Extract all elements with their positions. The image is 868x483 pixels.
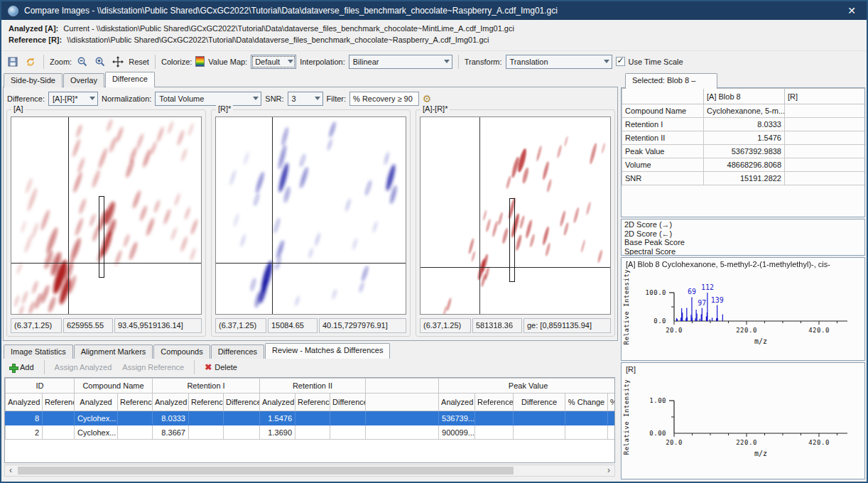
assign-analyzed-button[interactable]: Assign Analyzed [52,362,115,373]
tab-alignment-markers[interactable]: Alignment Markers [74,344,153,359]
chevron-down-icon [604,60,609,63]
snr-label: SNR: [265,94,283,103]
scroll-left-icon[interactable]: ‹ [5,465,16,476]
svg-text:0.0: 0.0 [653,318,666,325]
blob-property-label: SNR [622,172,704,185]
transform-select[interactable]: Translation [506,55,612,69]
tab-compounds[interactable]: Compounds [153,344,210,359]
reset-button[interactable]: Reset [129,58,149,66]
matches-table: IDCompound NameRetention IRetention IIPe… [5,378,615,440]
matches-group-header: ID [6,379,75,394]
transform-label: Transform: [465,58,502,66]
zoom-in-icon[interactable] [93,55,107,69]
matches-group-header: Peak Value [439,379,615,394]
zoom-out-icon[interactable] [75,55,89,69]
matches-cell [330,425,366,440]
matches-column-header: Reference [43,394,75,411]
blob-analyzed-value: 5367392.9838 [704,145,785,158]
tab-image-statistics[interactable]: Image Statistics [4,344,73,359]
scroll-right-icon[interactable]: › [603,465,614,476]
selection-rectangle[interactable] [509,198,515,282]
assign-reference-button[interactable]: Assign Reference [119,362,187,373]
main-toolbar: Zoom: Reset Colorize: Value Map: Default… [1,51,867,72]
tab-review-matches-differences[interactable]: Review - Matches & Differences [265,343,390,359]
matches-cell: 1.5476 [260,411,295,425]
tab-side-by-side[interactable]: Side-by-Side [4,73,63,87]
blob-table-row[interactable]: SNR15191.2822 [622,172,866,185]
add-button[interactable]: Add [6,362,37,373]
add-button-label: Add [20,363,34,371]
matches-cell: 536739... [439,411,475,425]
use-time-scale-checkbox[interactable]: ✓ [616,57,625,66]
blob-table-row[interactable]: Retention I8.0333 [622,118,866,131]
colormap-icon[interactable] [195,56,205,67]
matches-column-header: Analyzed [153,394,189,411]
delete-x-icon: ✖ [205,362,212,372]
delete-button[interactable]: ✖ Delete [202,361,240,374]
matches-cell [189,425,224,440]
chromatogram-analyzed[interactable] [11,116,202,315]
matches-column-header: % [608,394,615,411]
pan-icon[interactable] [111,55,125,69]
matches-cell [224,411,260,425]
snr-select[interactable]: 3 [288,92,323,106]
chromatogram-reference[interactable] [215,116,406,315]
matches-cell [224,425,260,440]
svg-text:420.0: 420.0 [808,439,830,446]
tab-selected-blob[interactable]: Selected: Blob 8 – [625,73,717,89]
matches-group-header-row: IDCompound NameRetention IRetention IIPe… [6,379,616,394]
svg-text:0.00: 0.00 [649,430,666,437]
gear-icon[interactable]: ⚙ [423,94,432,104]
difference-select[interactable]: [A]-[R]* [48,92,98,106]
crosshair-horizontal [11,263,201,264]
blob-table-row[interactable]: Compound NameCyclohexanone, 5-m... [622,104,866,118]
blob-table-header-row: [A] Blob 8[R] [622,89,866,104]
chromatogram-difference[interactable] [420,116,611,315]
blob-table-header-cell: [A] Blob 8 [704,89,785,104]
blob-table-header-cell [622,89,704,104]
save-button[interactable] [6,55,20,69]
difference-value: [A]-[R]* [53,94,77,103]
blob-table-row[interactable]: Volume48668296.8068 [622,158,866,172]
blob-table-row[interactable]: Retention II1.5476 [622,131,866,145]
tab-overlay[interactable]: Overlay [63,73,104,87]
reference-path: \\diskstation\Public Shared\GCxGC2022\Tu… [67,36,489,44]
status-cell: (6.37,1.25) [11,318,62,333]
svg-text:420.0: 420.0 [808,327,830,334]
filter-dropdown-button[interactable]: % Recovery ≥ 90 [349,92,419,106]
matches-cell [565,411,608,425]
tab-differences[interactable]: Differences [211,344,264,359]
interpolation-select[interactable]: Bilinear [349,55,452,69]
value-map-select[interactable]: Default [251,55,296,69]
horizontal-scrollbar[interactable]: ‹ › [4,465,615,477]
matches-group-header: Retention II [260,379,366,394]
crosshair-vertical [68,117,69,314]
matches-column-header: Analyzed [260,394,295,411]
matches-cell [514,425,565,440]
review-tab-page: Add Assign Analyzed Assign Reference ✖ D… [3,359,618,480]
matches-cell [295,425,330,440]
blob-info-box: [A] Blob 8[R]Compound NameCyclohexanone,… [621,87,865,217]
blob-info-table: [A] Blob 8[R]Compound NameCyclohexanone,… [622,88,865,185]
analyzed-label: Analyzed [A]: [9,24,58,33]
selection-rectangle[interactable] [99,196,104,278]
spectrum-reference-title: [R] [622,363,864,374]
tab-difference[interactable]: Difference [105,72,155,87]
titlebar[interactable]: Compare Images - \\diskstation\Public Sh… [1,1,867,20]
chevron-down-icon [315,97,320,100]
matches-table-container: IDCompound NameRetention IRetention IIPe… [4,377,615,463]
table-row[interactable]: 8Cyclohex...8.03331.5476536739... [6,411,616,425]
blob-property-label: Volume [622,158,704,172]
panel-analyzed: [A] (6.37,1.25)625955.5593.45,9519136.14… [6,109,206,337]
snr-value: 3 [292,94,296,103]
refresh-icon[interactable] [23,55,38,69]
normalization-select[interactable]: Total Volume [155,92,261,106]
matches-cell-spacer [366,425,439,440]
close-icon[interactable]: ✕ [843,5,860,16]
blob-table-row[interactable]: Peak Value5367392.9838 [622,145,866,158]
scrollbar-thumb[interactable] [18,467,514,474]
matches-cell [514,411,565,425]
score-box: 2D Score (→)2D Score (←)Base Peak ScoreS… [621,219,865,256]
table-row[interactable]: 2Cyclohex...8.36671.3690900099... [6,425,616,440]
colorize-label: Colorize: [161,58,192,66]
